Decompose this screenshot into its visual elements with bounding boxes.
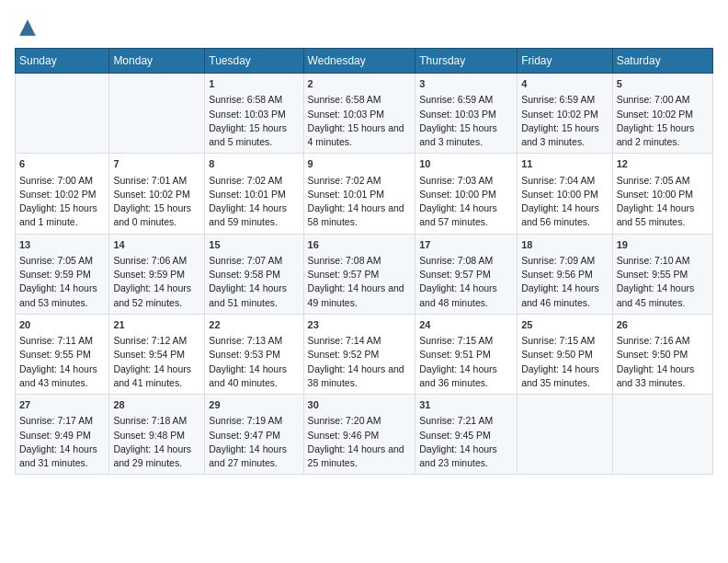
calendar-cell: 6Sunrise: 7:00 AM Sunset: 10:02 PM Dayli… xyxy=(16,154,109,234)
day-number: 15 xyxy=(209,238,299,252)
calendar-cell xyxy=(612,395,712,475)
calendar-cell xyxy=(16,74,109,154)
day-number: 22 xyxy=(209,318,299,332)
day-number: 1 xyxy=(209,77,299,91)
day-number: 31 xyxy=(419,398,513,412)
weekday-header-friday: Friday xyxy=(518,49,612,74)
weekday-header-wednesday: Wednesday xyxy=(303,49,415,74)
logo-icon xyxy=(15,15,40,40)
day-info: Sunrise: 7:10 AM Sunset: 9:55 PM Dayligh… xyxy=(617,254,709,310)
day-number: 28 xyxy=(113,398,200,412)
calendar-cell: 5Sunrise: 7:00 AM Sunset: 10:02 PM Dayli… xyxy=(612,74,712,154)
day-number: 11 xyxy=(521,157,608,171)
day-number: 26 xyxy=(617,318,709,332)
day-number: 14 xyxy=(113,238,200,252)
calendar-cell xyxy=(109,74,205,154)
calendar-cell: 11Sunrise: 7:04 AM Sunset: 10:00 PM Dayl… xyxy=(518,154,612,234)
calendar-cell: 18Sunrise: 7:09 AM Sunset: 9:56 PM Dayli… xyxy=(518,234,612,314)
day-info: Sunrise: 6:59 AM Sunset: 10:03 PM Daylig… xyxy=(419,93,513,149)
day-number: 13 xyxy=(19,238,105,252)
calendar-cell: 7Sunrise: 7:01 AM Sunset: 10:02 PM Dayli… xyxy=(109,154,205,234)
calendar-cell: 14Sunrise: 7:06 AM Sunset: 9:59 PM Dayli… xyxy=(109,234,205,314)
week-row-5: 27Sunrise: 7:17 AM Sunset: 9:49 PM Dayli… xyxy=(16,395,713,475)
day-info: Sunrise: 7:17 AM Sunset: 9:49 PM Dayligh… xyxy=(19,414,105,470)
day-info: Sunrise: 7:02 AM Sunset: 10:01 PM Daylig… xyxy=(209,174,299,230)
calendar-cell: 19Sunrise: 7:10 AM Sunset: 9:55 PM Dayli… xyxy=(612,234,712,314)
day-info: Sunrise: 7:12 AM Sunset: 9:54 PM Dayligh… xyxy=(113,334,200,390)
calendar-cell: 30Sunrise: 7:20 AM Sunset: 9:46 PM Dayli… xyxy=(303,395,415,475)
calendar-cell: 10Sunrise: 7:03 AM Sunset: 10:00 PM Dayl… xyxy=(415,154,518,234)
calendar-cell: 2Sunrise: 6:58 AM Sunset: 10:03 PM Dayli… xyxy=(303,74,415,154)
calendar-cell: 9Sunrise: 7:02 AM Sunset: 10:01 PM Dayli… xyxy=(303,154,415,234)
day-info: Sunrise: 7:15 AM Sunset: 9:50 PM Dayligh… xyxy=(521,334,608,390)
day-number: 5 xyxy=(617,77,709,91)
calendar-cell: 31Sunrise: 7:21 AM Sunset: 9:45 PM Dayli… xyxy=(415,395,518,475)
week-row-4: 20Sunrise: 7:11 AM Sunset: 9:55 PM Dayli… xyxy=(16,314,713,394)
calendar-cell: 12Sunrise: 7:05 AM Sunset: 10:00 PM Dayl… xyxy=(612,154,712,234)
day-info: Sunrise: 7:15 AM Sunset: 9:51 PM Dayligh… xyxy=(419,334,513,390)
calendar-cell: 17Sunrise: 7:08 AM Sunset: 9:57 PM Dayli… xyxy=(415,234,518,314)
day-info: Sunrise: 7:18 AM Sunset: 9:48 PM Dayligh… xyxy=(113,414,200,470)
calendar-cell: 23Sunrise: 7:14 AM Sunset: 9:52 PM Dayli… xyxy=(303,314,415,394)
calendar-cell: 8Sunrise: 7:02 AM Sunset: 10:01 PM Dayli… xyxy=(205,154,303,234)
day-info: Sunrise: 7:08 AM Sunset: 9:57 PM Dayligh… xyxy=(419,254,513,310)
day-info: Sunrise: 7:20 AM Sunset: 9:46 PM Dayligh… xyxy=(308,414,412,470)
day-info: Sunrise: 7:19 AM Sunset: 9:47 PM Dayligh… xyxy=(209,414,299,470)
calendar-cell: 26Sunrise: 7:16 AM Sunset: 9:50 PM Dayli… xyxy=(612,314,712,394)
weekday-header-tuesday: Tuesday xyxy=(205,49,303,74)
day-info: Sunrise: 7:06 AM Sunset: 9:59 PM Dayligh… xyxy=(113,254,200,310)
day-number: 25 xyxy=(521,318,608,332)
day-number: 9 xyxy=(308,157,412,171)
week-row-1: 1Sunrise: 6:58 AM Sunset: 10:03 PM Dayli… xyxy=(16,74,713,154)
day-number: 12 xyxy=(617,157,709,171)
day-number: 17 xyxy=(419,238,513,252)
day-info: Sunrise: 7:14 AM Sunset: 9:52 PM Dayligh… xyxy=(308,334,412,390)
day-info: Sunrise: 7:02 AM Sunset: 10:01 PM Daylig… xyxy=(308,174,412,230)
weekday-header-monday: Monday xyxy=(109,49,205,74)
day-number: 16 xyxy=(308,238,412,252)
day-info: Sunrise: 6:58 AM Sunset: 10:03 PM Daylig… xyxy=(308,93,412,149)
weekday-header-row: SundayMondayTuesdayWednesdayThursdayFrid… xyxy=(16,49,713,74)
day-number: 24 xyxy=(419,318,513,332)
calendar-cell: 25Sunrise: 7:15 AM Sunset: 9:50 PM Dayli… xyxy=(518,314,612,394)
day-number: 23 xyxy=(308,318,412,332)
day-number: 10 xyxy=(419,157,513,171)
weekday-header-thursday: Thursday xyxy=(415,49,518,74)
calendar-cell: 24Sunrise: 7:15 AM Sunset: 9:51 PM Dayli… xyxy=(415,314,518,394)
week-row-3: 13Sunrise: 7:05 AM Sunset: 9:59 PM Dayli… xyxy=(16,234,713,314)
day-info: Sunrise: 7:01 AM Sunset: 10:02 PM Daylig… xyxy=(113,174,200,230)
day-info: Sunrise: 6:59 AM Sunset: 10:02 PM Daylig… xyxy=(521,93,608,149)
calendar-cell: 20Sunrise: 7:11 AM Sunset: 9:55 PM Dayli… xyxy=(16,314,109,394)
day-number: 7 xyxy=(113,157,200,171)
calendar-cell xyxy=(518,395,612,475)
calendar-cell: 15Sunrise: 7:07 AM Sunset: 9:58 PM Dayli… xyxy=(205,234,303,314)
day-info: Sunrise: 7:11 AM Sunset: 9:55 PM Dayligh… xyxy=(19,334,105,390)
calendar-cell: 27Sunrise: 7:17 AM Sunset: 9:49 PM Dayli… xyxy=(16,395,109,475)
day-number: 3 xyxy=(419,77,513,91)
day-info: Sunrise: 7:04 AM Sunset: 10:00 PM Daylig… xyxy=(521,174,608,230)
weekday-header-sunday: Sunday xyxy=(16,49,109,74)
day-number: 18 xyxy=(521,238,608,252)
week-row-2: 6Sunrise: 7:00 AM Sunset: 10:02 PM Dayli… xyxy=(16,154,713,234)
day-info: Sunrise: 7:08 AM Sunset: 9:57 PM Dayligh… xyxy=(308,254,412,310)
day-number: 27 xyxy=(19,398,105,412)
calendar-cell: 28Sunrise: 7:18 AM Sunset: 9:48 PM Dayli… xyxy=(109,395,205,475)
weekday-header-saturday: Saturday xyxy=(612,49,712,74)
day-number: 4 xyxy=(521,77,608,91)
calendar-cell: 3Sunrise: 6:59 AM Sunset: 10:03 PM Dayli… xyxy=(415,74,518,154)
day-info: Sunrise: 7:05 AM Sunset: 9:59 PM Dayligh… xyxy=(19,254,105,310)
day-info: Sunrise: 7:13 AM Sunset: 9:53 PM Dayligh… xyxy=(209,334,299,390)
day-number: 2 xyxy=(308,77,412,91)
calendar-cell: 22Sunrise: 7:13 AM Sunset: 9:53 PM Dayli… xyxy=(205,314,303,394)
calendar-cell: 4Sunrise: 6:59 AM Sunset: 10:02 PM Dayli… xyxy=(518,74,612,154)
day-number: 30 xyxy=(308,398,412,412)
page-header xyxy=(15,15,713,40)
logo xyxy=(15,15,44,40)
calendar-table: SundayMondayTuesdayWednesdayThursdayFrid… xyxy=(15,48,713,475)
day-number: 29 xyxy=(209,398,299,412)
day-info: Sunrise: 7:05 AM Sunset: 10:00 PM Daylig… xyxy=(617,174,709,230)
day-number: 20 xyxy=(19,318,105,332)
day-number: 21 xyxy=(113,318,200,332)
day-info: Sunrise: 7:00 AM Sunset: 10:02 PM Daylig… xyxy=(19,174,105,230)
day-info: Sunrise: 7:07 AM Sunset: 9:58 PM Dayligh… xyxy=(209,254,299,310)
